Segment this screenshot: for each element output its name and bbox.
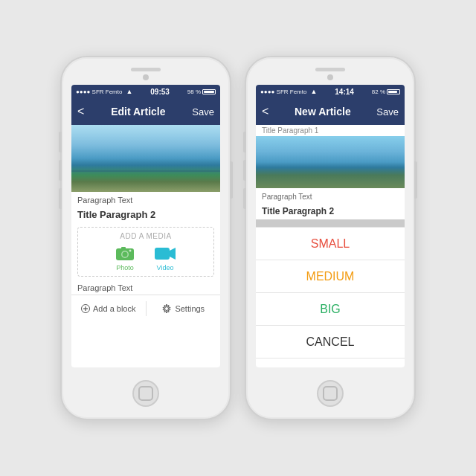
video-option[interactable]: Video: [153, 245, 177, 271]
side-power[interactable]: [230, 161, 233, 199]
nav-title-2: New Article: [295, 106, 351, 118]
battery-icon: [202, 89, 216, 94]
side-mute[interactable]: [59, 188, 62, 209]
settings-button[interactable]: Settings: [147, 303, 221, 314]
status-bar-2: ●●●● SFR Femto ▲ 14:14 82 %: [256, 85, 405, 98]
status-battery: 98 %: [187, 89, 216, 95]
phone-top-bar-2: [246, 65, 414, 85]
status-carrier-2: ●●●● SFR Femto ▲: [260, 88, 317, 95]
bottom-toolbar: Add a block Settings: [71, 295, 220, 321]
hero-image: [71, 125, 220, 192]
status-bar: ●●●● SFR Femto ▲ 09:53 98 %: [71, 85, 220, 98]
screen-content-2: Title Paragraph 1 Paragraph Text Title P…: [256, 125, 405, 358]
title-paragraph-2: Title Paragraph 2: [71, 207, 220, 224]
back-button-2[interactable]: <: [262, 105, 268, 118]
status-time: 09:53: [150, 88, 170, 96]
add-media-box[interactable]: ADD A MEDIA Photo: [77, 227, 214, 277]
phone-bottom: [62, 367, 230, 419]
side-volume-down-2[interactable]: [243, 160, 246, 181]
add-media-label: ADD A MEDIA: [120, 232, 171, 240]
settings-label: Settings: [175, 304, 205, 313]
phone-2-screen: ●●●● SFR Femto ▲ 14:14 82 % < New Articl…: [256, 85, 405, 367]
phone-1: ●●●● SFR Femto ▲ 09:53 98 % < Edit Artic…: [60, 56, 231, 420]
side-power-2[interactable]: [414, 161, 417, 199]
wifi-icon: ▲: [126, 88, 132, 95]
nav-bar-2: < New Article Save: [256, 98, 405, 125]
bg-content: Title Paragraph 1 Paragraph Text Title P…: [256, 125, 405, 219]
bg-hero-image: [256, 136, 405, 188]
add-block-label: Add a block: [93, 304, 135, 313]
action-medium[interactable]: MEDIUM: [256, 260, 405, 293]
battery-icon-2: [387, 89, 400, 94]
camera-icon: [115, 245, 135, 263]
paragraph-text-2: Paragraph Text: [71, 280, 220, 295]
svg-point-2: [123, 252, 128, 257]
back-button[interactable]: <: [77, 105, 84, 118]
phone-1-screen: ●●●● SFR Femto ▲ 09:53 98 % < Edit Artic…: [71, 85, 220, 367]
phone-2: ●●●● SFR Femto ▲ 14:14 82 % < New Articl…: [245, 56, 416, 420]
screen-content: Paragraph Text Title Paragraph 2 ADD A M…: [71, 125, 220, 321]
wifi-icon-2: ▲: [310, 88, 317, 95]
action-big[interactable]: BIG: [256, 293, 405, 326]
action-small[interactable]: SMALL: [256, 228, 405, 260]
svg-rect-3: [121, 247, 126, 249]
nav-bar: < Edit Article Save: [71, 98, 220, 125]
photo-label: Photo: [116, 264, 134, 271]
photo-option[interactable]: Photo: [115, 245, 135, 271]
svg-point-10: [165, 306, 169, 310]
bg-title-paragraph-2: Title Paragraph 2: [256, 205, 405, 219]
paragraph-text-1: Paragraph Text: [71, 192, 220, 207]
svg-point-4: [129, 250, 132, 252]
partially-visible-title-paragraph: Title Paragraph 1: [256, 125, 405, 136]
status-time-2: 14:14: [335, 88, 354, 96]
phone-bottom-2: [246, 367, 414, 419]
side-volume-down[interactable]: [59, 160, 62, 181]
front-camera-2: [327, 74, 333, 80]
video-icon: [153, 245, 177, 263]
side-mute-2[interactable]: [243, 188, 246, 209]
action-cancel[interactable]: CANCEL: [256, 326, 405, 358]
video-label: Video: [157, 264, 174, 271]
svg-rect-5: [155, 248, 170, 260]
overlay: [256, 219, 405, 227]
settings-icon: [161, 303, 172, 314]
side-volume-up[interactable]: [59, 132, 62, 152]
media-icons: Photo Video: [115, 245, 177, 271]
speaker: [131, 68, 161, 71]
status-battery-2: 82 %: [372, 89, 400, 95]
home-button[interactable]: [132, 380, 159, 407]
bg-paragraph-text: Paragraph Text: [256, 191, 405, 202]
front-camera: [143, 74, 149, 80]
save-button[interactable]: Save: [192, 106, 214, 118]
add-block-button[interactable]: Add a block: [71, 304, 146, 313]
speaker-2: [315, 68, 345, 71]
status-carrier: ●●●● SFR Femto ▲: [76, 88, 132, 95]
phone-top-bar: [62, 65, 230, 85]
home-button-2[interactable]: [317, 380, 344, 407]
save-button-2[interactable]: Save: [376, 106, 399, 118]
add-icon: [81, 304, 90, 313]
side-volume-up-2[interactable]: [243, 132, 246, 152]
svg-marker-6: [170, 248, 176, 260]
nav-title: Edit Article: [111, 106, 165, 118]
action-sheet: SMALL MEDIUM BIG CANCEL: [256, 227, 405, 358]
